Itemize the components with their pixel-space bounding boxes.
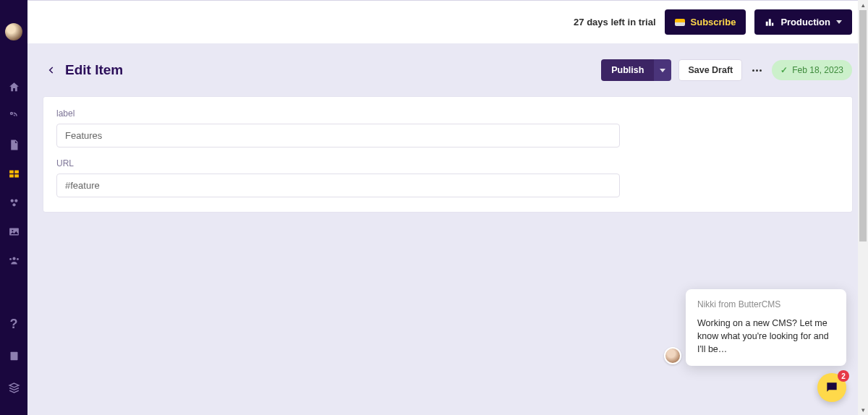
- svg-rect-2: [9, 174, 14, 177]
- help-icon[interactable]: ?: [0, 309, 27, 338]
- url-field-group: URL: [56, 158, 839, 197]
- blog-icon[interactable]: [0, 101, 27, 130]
- publish-button-group: Publish: [601, 59, 671, 81]
- stack-icon[interactable]: [0, 373, 27, 402]
- scroll-down-icon[interactable]: ▾: [858, 405, 868, 415]
- save-draft-button[interactable]: Save Draft: [678, 59, 742, 81]
- svg-point-5: [14, 199, 17, 202]
- chat-from-label: Nikki from ButterCMS: [697, 299, 835, 309]
- svg-rect-3: [14, 174, 19, 177]
- home-icon[interactable]: [0, 72, 27, 101]
- credit-card-icon: [675, 19, 685, 26]
- svg-rect-14: [769, 19, 771, 25]
- page-actions: Publish Save Draft ✓ Feb 18, 2023: [601, 59, 852, 81]
- topbar: 27 days left in trial Subscribe Producti…: [27, 0, 868, 43]
- svg-rect-15: [772, 22, 773, 25]
- users-icon[interactable]: [0, 246, 27, 275]
- publish-button[interactable]: Publish: [601, 59, 654, 81]
- chat-message: Working on a new CMS? Let me know what y…: [697, 317, 835, 356]
- status-badge: ✓ Feb 18, 2023: [772, 60, 852, 80]
- url-field-label: URL: [56, 158, 839, 168]
- chat-agent-avatar: [664, 347, 681, 364]
- user-avatar[interactable]: [5, 23, 22, 40]
- label-input[interactable]: [56, 124, 620, 147]
- scrollbar[interactable]: ▴ ▾: [858, 0, 868, 415]
- svg-point-9: [12, 257, 15, 260]
- chevron-down-icon: [836, 20, 842, 24]
- form-card: label URL: [43, 97, 852, 212]
- svg-rect-12: [10, 351, 17, 359]
- chat-icon: [825, 380, 839, 395]
- chevron-down-icon: [660, 69, 665, 72]
- svg-point-10: [9, 257, 12, 260]
- chevron-left-icon: [46, 65, 56, 75]
- svg-rect-0: [9, 170, 14, 173]
- environment-label: Production: [780, 17, 830, 27]
- trial-status: 27 days left in trial: [574, 17, 655, 27]
- chat-badge: 2: [838, 370, 849, 382]
- check-icon: ✓: [780, 65, 788, 75]
- pages-icon[interactable]: [0, 130, 27, 159]
- docs-icon[interactable]: [0, 341, 27, 370]
- dashboard-icon: [765, 17, 775, 27]
- svg-rect-13: [766, 21, 768, 25]
- url-input[interactable]: [56, 174, 620, 197]
- environment-dropdown[interactable]: Production: [754, 9, 852, 35]
- subscribe-label: Subscribe: [691, 17, 736, 27]
- status-date: Feb 18, 2023: [792, 65, 843, 75]
- page-header: Edit Item Publish Save Draft ✓ Feb 18, 2…: [43, 59, 852, 81]
- page-title: Edit Item: [65, 62, 123, 78]
- collections-icon[interactable]: [0, 159, 27, 188]
- media-icon[interactable]: [0, 217, 27, 246]
- label-field-group: label: [56, 108, 839, 147]
- scrollbar-thumb[interactable]: [859, 10, 867, 241]
- more-actions-button[interactable]: [749, 67, 765, 74]
- subscribe-button[interactable]: Subscribe: [665, 9, 746, 35]
- chat-popup[interactable]: Nikki from ButterCMS Working on a new CM…: [686, 289, 846, 366]
- svg-rect-1: [14, 170, 19, 173]
- svg-point-11: [17, 257, 19, 260]
- svg-point-6: [12, 203, 15, 206]
- content: Edit Item Publish Save Draft ✓ Feb 18, 2…: [27, 43, 868, 212]
- label-field-label: label: [56, 108, 839, 119]
- chat-launcher-button[interactable]: 2: [817, 373, 846, 402]
- svg-point-4: [10, 199, 13, 202]
- svg-point-8: [12, 230, 13, 231]
- scroll-up-icon[interactable]: ▴: [858, 0, 868, 10]
- sidebar: ?: [0, 0, 27, 415]
- components-icon[interactable]: [0, 188, 27, 217]
- publish-dropdown-button[interactable]: [654, 59, 671, 81]
- back-button[interactable]: [43, 62, 59, 78]
